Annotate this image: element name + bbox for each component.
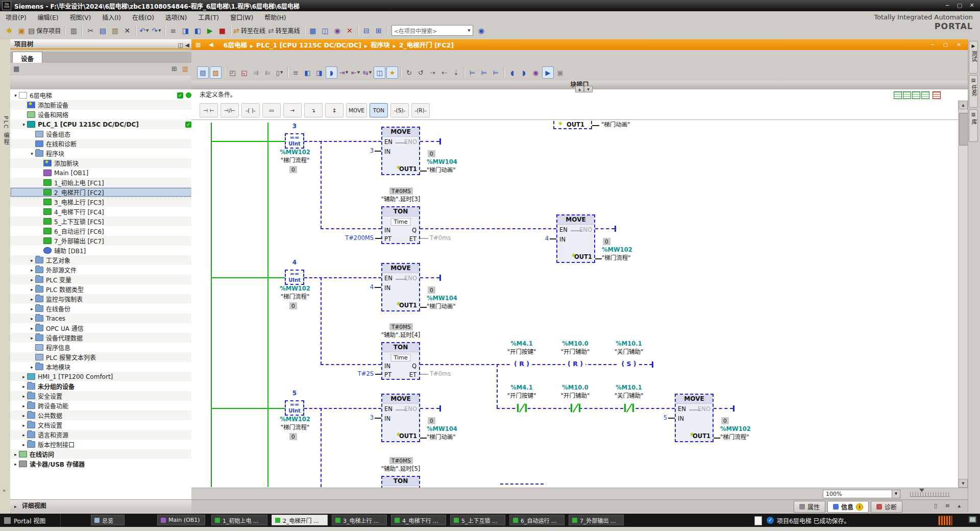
collapsed-arrow-icon[interactable]: ▸ <box>20 384 27 389</box>
tree-filter-icon[interactable]: ▦ <box>13 65 19 73</box>
zoom-select[interactable]: 100% ▼ <box>823 490 900 498</box>
previous-cursor-position[interactable]: ◖ <box>507 67 518 78</box>
collapsed-arrow-icon[interactable]: ▸ <box>29 335 35 341</box>
cut[interactable]: ✂ <box>85 25 96 37</box>
palette-reset-coil[interactable]: -(R)- <box>411 103 430 117</box>
scroll-up-icon[interactable]: ▲ <box>959 101 968 109</box>
tree-item-文档设置[interactable]: ▸文档设置 <box>10 420 191 430</box>
tree-item-添加新设备[interactable]: 添加新设备 <box>10 100 191 110</box>
dropdown-arrow-icon[interactable]: ▼ <box>369 70 372 75</box>
details-view-bar[interactable]: ▸ 详细视图 <box>10 499 191 512</box>
menu-帮助(H)[interactable]: 帮助(H) <box>259 11 291 23</box>
menu-工具(T)[interactable]: 工具(T) <box>192 11 225 23</box>
input-constant[interactable]: 5 <box>657 415 667 421</box>
editor-window-controls[interactable]: ─ ▢ ✕ <box>931 39 965 50</box>
operand-name[interactable]: "梯门流程" <box>267 157 323 164</box>
plc-programming-vertical-tab[interactable]: PLC 编程 <box>2 116 10 146</box>
expanded-arrow-icon[interactable]: ▾ <box>29 151 35 156</box>
nc-contact-bar[interactable] <box>632 404 634 412</box>
network-comments-toggle[interactable]: ◗ <box>326 66 337 79</box>
upload-from-device[interactable]: ◧ <box>192 25 203 37</box>
taskbar-1_初始上电 ...[interactable]: 1_初始上电 ... <box>211 515 267 525</box>
splitter-down-icon[interactable]: ▼ <box>584 86 593 92</box>
set-coil[interactable]: ( S ) <box>619 359 639 369</box>
tree-view-icons[interactable]: ⊞ ▥ <box>172 65 188 73</box>
tree-item-2_电梯开门 [FC2][interactable]: 2_电梯开门 [FC2] <box>10 187 191 197</box>
split-editor-horizontal[interactable]: ⊟ <box>361 25 372 37</box>
operand-name[interactable]: "关门辅助" <box>599 349 658 355</box>
reset-coil[interactable]: ( R ) <box>565 359 585 369</box>
tree-item-3_电梯上行 [FC3][interactable]: 3_电梯上行 [FC3] <box>10 197 191 207</box>
tree-item-程序信息[interactable]: 程序信息 <box>10 343 191 352</box>
delete-network[interactable]: ◱ <box>239 67 250 78</box>
ton-block[interactable]: TONTimeINQPTET <box>381 342 420 380</box>
tree-item-监控与强制表[interactable]: ▸监控与强制表 <box>10 294 191 304</box>
tree-item-程序块[interactable]: ▾程序块 <box>10 149 191 158</box>
collapsed-arrow-icon[interactable]: ▸ <box>29 277 35 282</box>
taskbar-6_自动运行 ...[interactable]: 6_自动运行 ... <box>509 515 565 525</box>
collapsed-arrow-icon[interactable]: ▸ <box>20 403 27 408</box>
insert-block-call[interactable]: ▯▼ <box>274 67 285 78</box>
tree-item-Main [OB1][interactable]: Main [OB1] <box>10 168 191 178</box>
network-sync-icon[interactable] <box>933 91 941 99</box>
tree-item-读卡器/USB 存储器[interactable]: ▸读卡器/USB 存储器 <box>10 459 191 469</box>
operand-name[interactable]: "开门按键" <box>492 349 551 355</box>
tree-item-设备和网络[interactable]: 设备和网络 <box>10 110 191 119</box>
operand-name[interactable]: "梯门动画" <box>601 122 630 128</box>
taskbar-7_外部输出 ...[interactable]: 7_外部输出 ... <box>569 515 624 525</box>
collapsed-arrow-icon[interactable]: ▸ <box>29 287 35 292</box>
taskbar-4_电梯下行 ...[interactable]: 4_电梯下行 ... <box>391 515 446 525</box>
menu-在线(O)[interactable]: 在线(O) <box>127 11 160 23</box>
go-online[interactable]: ⇄转至在线 <box>233 25 267 37</box>
operand-address[interactable]: %MW102 <box>602 247 632 253</box>
move-block[interactable]: MOVEENENOIN*OUT1 <box>381 127 420 175</box>
palette-close-branch[interactable]: ↴ <box>304 103 323 117</box>
tree-item-PLC 变量[interactable]: ▸PLC 变量 <box>10 275 191 284</box>
palette-set-coil[interactable]: -(S)- <box>390 103 409 117</box>
palette-open-branch[interactable]: → <box>283 103 302 117</box>
collapsed-arrow-icon[interactable]: ▸ <box>20 423 27 428</box>
update-inconsistent-calls[interactable]: ⊨ <box>479 67 489 78</box>
operand-address[interactable]: %MW102 <box>720 426 751 432</box>
dropdown-arrow-icon[interactable]: ▼ <box>158 29 161 33</box>
open-project[interactable]: ▣ <box>16 25 27 37</box>
operand-address[interactable]: %MW102 <box>274 416 316 423</box>
delete-input[interactable]: ⇤▼ <box>350 67 361 78</box>
operand-name[interactable]: "梯门流程" <box>267 424 323 431</box>
taskbar-总览[interactable]: 总览 <box>91 515 125 525</box>
palette-ton-instruction[interactable]: TON <box>370 103 388 117</box>
copy[interactable]: ▤ <box>97 25 108 37</box>
close-icon[interactable]: ✕ <box>966 0 978 11</box>
operand-name[interactable]: "关门辅助" <box>599 393 658 399</box>
stop-cpu[interactable]: ■ <box>216 25 228 37</box>
taskbar-5_上下互锁 ...[interactable]: 5_上下互锁 ... <box>450 515 505 525</box>
tree-item-在线和诊断[interactable]: 在线和诊断 <box>10 139 191 149</box>
tree-item-工艺对象[interactable]: ▸工艺对象 <box>10 255 191 265</box>
operand-address[interactable]: %MW102 <box>274 285 316 292</box>
consistency-check[interactable]: ⊨ <box>467 67 478 78</box>
go-offline[interactable]: ⇄转至离线 <box>268 25 302 37</box>
tree-item-Traces[interactable]: ▸Traces <box>10 313 191 323</box>
tab-properties[interactable]: 属性 <box>794 501 825 513</box>
delete[interactable]: ✕ <box>121 25 133 37</box>
compare-value[interactable]: 3 <box>285 123 304 130</box>
tree-item-OPC UA 通信[interactable]: ▸OPC UA 通信 <box>10 323 191 333</box>
operand-name[interactable]: "梯门动画" <box>427 167 456 174</box>
taskbar-3_电梯上行 ...[interactable]: 3_电梯上行 ... <box>332 515 387 525</box>
compare-value[interactable]: 4 <box>285 259 304 266</box>
tree-item-公共数据[interactable]: ▸公共数据 <box>10 411 191 420</box>
collapsed-arrow-icon[interactable]: ▸ <box>29 326 35 331</box>
open-all-networks[interactable]: ◧ <box>302 67 313 78</box>
tree-item-未分组的设备[interactable]: ▸未分组的设备 <box>10 381 191 391</box>
zoom-dropdown-icon[interactable]: ▼ <box>892 490 900 498</box>
editor-minimize-icon[interactable]: ─ <box>931 42 938 47</box>
operand-address[interactable]: %M4.1 <box>495 341 548 347</box>
start-cpu[interactable]: ▶ <box>204 25 215 37</box>
operand-name[interactable]: "开门按键" <box>492 393 551 399</box>
move-block[interactable]: MOVEENENOIN*OUT1 <box>556 214 595 263</box>
collapsed-arrow-icon[interactable]: ▸ <box>29 365 35 370</box>
vertical-scrollbar[interactable]: ▲ ▼ <box>958 101 968 488</box>
restore-icon[interactable]: ▢ <box>953 0 966 11</box>
panel-tab-testing[interactable]: ▶测试 <box>969 41 978 74</box>
operand-address[interactable]: %MW104 <box>427 426 457 432</box>
